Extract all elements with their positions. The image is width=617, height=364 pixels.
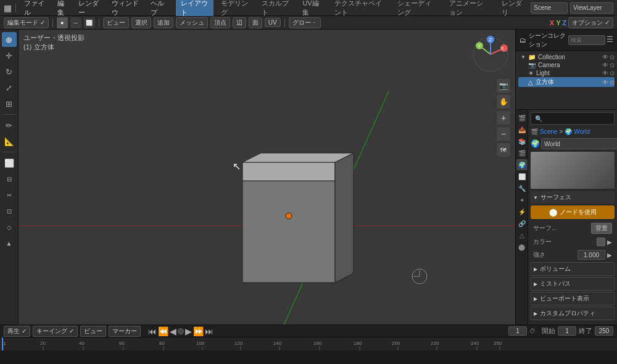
- data-props-icon[interactable]: △: [516, 230, 528, 241]
- extrude-tool[interactable]: ▲: [2, 236, 17, 250]
- breadcrumb-scene[interactable]: Scene: [540, 128, 557, 135]
- scale-tool[interactable]: ⤢: [2, 80, 17, 95]
- view-layer-props-icon[interactable]: 📚: [516, 136, 528, 147]
- world-name-input[interactable]: [541, 138, 617, 149]
- measure-tool[interactable]: 📐: [2, 134, 17, 149]
- breadcrumb-world[interactable]: World: [574, 128, 590, 135]
- physics-props-icon[interactable]: ⚡: [516, 206, 528, 217]
- face-menu[interactable]: 面: [249, 17, 262, 28]
- camera-select-icon[interactable]: ⊙: [610, 62, 615, 68]
- object-props-icon[interactable]: ⬜: [516, 171, 528, 182]
- annotate-tool[interactable]: ✏: [2, 118, 17, 133]
- scene-input[interactable]: [531, 2, 568, 14]
- view-menu[interactable]: ビュー: [103, 17, 129, 28]
- uv-menu[interactable]: UV: [265, 18, 281, 27]
- light-item[interactable]: ☀ Light 👁 ⊙: [518, 69, 615, 77]
- cursor-tool[interactable]: ⊕: [2, 32, 17, 47]
- surface-section-header[interactable]: ▼ サーフェス: [531, 191, 615, 204]
- knife-tool[interactable]: ✂: [2, 188, 17, 202]
- keying-dropdown[interactable]: キーイング ✓: [33, 326, 78, 337]
- fly-mode-btn[interactable]: 🗺: [497, 143, 510, 157]
- color-swatch[interactable]: [597, 238, 605, 246]
- move-tool[interactable]: ✛: [2, 48, 17, 63]
- use-nodes-btn[interactable]: ⬤ ノードを使用: [531, 205, 615, 219]
- strength-input[interactable]: [578, 250, 605, 260]
- modifier-props-icon[interactable]: 🔧: [516, 183, 528, 194]
- svg-text:Y: Y: [478, 43, 481, 49]
- collection-vis-icon[interactable]: 👁: [602, 54, 608, 60]
- start-frame-input[interactable]: [558, 326, 576, 336]
- jump-end-btn[interactable]: ⏭: [205, 326, 213, 336]
- light-vis-icon[interactable]: 👁: [602, 70, 608, 77]
- svg-rect-70: [2, 337, 3, 350]
- collection-select-icon[interactable]: ⊙: [610, 54, 615, 60]
- mesh-menu[interactable]: メッシュ: [176, 17, 208, 28]
- output-props-icon[interactable]: 📤: [516, 124, 528, 135]
- face-mode-btn[interactable]: ⬜: [84, 17, 95, 28]
- 3d-viewport[interactable]: ユーザー・透視投影 (1) 立方体 X Y: [19, 30, 515, 325]
- world-props-icon[interactable]: 🌍: [516, 159, 528, 170]
- background-btn[interactable]: 背景: [591, 223, 612, 234]
- zoom-camera-btn[interactable]: 📷: [497, 79, 510, 93]
- scene-props-icon[interactable]: 🎬: [516, 147, 528, 159]
- options-btn[interactable]: オプション ✓: [568, 17, 613, 28]
- camera-vis-icon[interactable]: 👁: [602, 62, 608, 68]
- color-expand-btn[interactable]: ▶: [607, 239, 612, 246]
- vertex-mode-btn[interactable]: ●: [57, 17, 68, 28]
- play-back-btn[interactable]: ◀: [170, 326, 176, 336]
- camera-item[interactable]: 📷 Camera 👁 ⊙: [518, 61, 615, 69]
- current-frame-input[interactable]: [508, 326, 527, 336]
- timeline-ruler[interactable]: 1 20 40 60 80 100 120 140 160: [0, 337, 617, 350]
- pan-view-btn[interactable]: ✋: [497, 95, 510, 109]
- mode-dropdown[interactable]: 編集モード ✓: [4, 17, 49, 28]
- y-axis-btn[interactable]: Y: [556, 19, 560, 27]
- zoom-in-btn[interactable]: +: [497, 111, 510, 125]
- constraints-props-icon[interactable]: 🔗: [516, 218, 528, 229]
- editor-type-icon[interactable]: ▦: [4, 3, 12, 13]
- step-forward-btn[interactable]: ⏩: [193, 326, 204, 336]
- rotate-tool[interactable]: ↻: [2, 64, 17, 79]
- viewport-gizmo[interactable]: X Y Z: [472, 36, 509, 73]
- props-search-input[interactable]: [531, 112, 615, 125]
- material-props-icon[interactable]: ⬤: [516, 241, 528, 252]
- world-icon-small: 🌍: [531, 139, 540, 148]
- inset-tool[interactable]: ⊡: [2, 204, 17, 218]
- edge-mode-btn[interactable]: ─: [70, 17, 81, 28]
- view-dropdown[interactable]: ビュー: [80, 326, 106, 337]
- play-forward-btn[interactable]: ▶: [185, 326, 192, 336]
- light-select-icon[interactable]: ⊙: [610, 70, 615, 77]
- zoom-out-btn[interactable]: −: [497, 127, 510, 141]
- bevel-tool[interactable]: ◇: [2, 220, 17, 234]
- select-menu[interactable]: 選択: [131, 17, 151, 28]
- add-menu[interactable]: 追加: [154, 17, 173, 28]
- collection-arrow: ▼: [521, 54, 526, 60]
- loop-cut-tool[interactable]: ⊟: [2, 172, 17, 186]
- strength-expand-btn[interactable]: ▶: [607, 252, 612, 259]
- render-props-icon[interactable]: 🎬: [516, 112, 528, 123]
- custom-props-header[interactable]: ▶ カスタムプロパティ: [531, 307, 615, 320]
- cube-select-icon[interactable]: ⊙: [610, 79, 615, 86]
- svg-text:160: 160: [313, 341, 322, 346]
- playback-dropdown[interactable]: 再生 ✓: [4, 326, 30, 337]
- jump-start-btn[interactable]: ⏮: [148, 326, 157, 336]
- marker-dropdown[interactable]: マーカー: [109, 326, 141, 337]
- outliner-search[interactable]: [568, 35, 605, 45]
- x-axis-btn[interactable]: X: [550, 19, 554, 27]
- vertex-menu[interactable]: 頂点: [210, 17, 230, 28]
- volume-section-header[interactable]: ▶ ボリューム: [531, 262, 615, 276]
- end-frame-input[interactable]: [595, 326, 613, 336]
- z-axis-btn[interactable]: Z: [562, 19, 566, 27]
- viewport-display-header[interactable]: ▶ ビューポート表示: [531, 292, 615, 305]
- add-cube-tool[interactable]: ⬜: [2, 155, 17, 170]
- transform-tool[interactable]: ⊞: [2, 96, 17, 111]
- collection-item[interactable]: ▼ 📁 Collection 👁 ⊙: [518, 53, 615, 61]
- step-back-btn[interactable]: ⏪: [158, 326, 168, 336]
- particles-props-icon[interactable]: ✦: [516, 194, 528, 205]
- outliner-filter-btn[interactable]: ☰: [607, 35, 613, 45]
- glow-btn[interactable]: グロー・: [289, 17, 321, 28]
- edge-menu[interactable]: 辺: [233, 17, 246, 28]
- mist-section-header[interactable]: ▶ ミストパス: [531, 277, 615, 291]
- cube-vis-icon[interactable]: 👁: [602, 79, 608, 86]
- viewlayer-input[interactable]: [570, 2, 613, 14]
- cube-item[interactable]: △ 立方体 👁 ⊙: [518, 77, 615, 87]
